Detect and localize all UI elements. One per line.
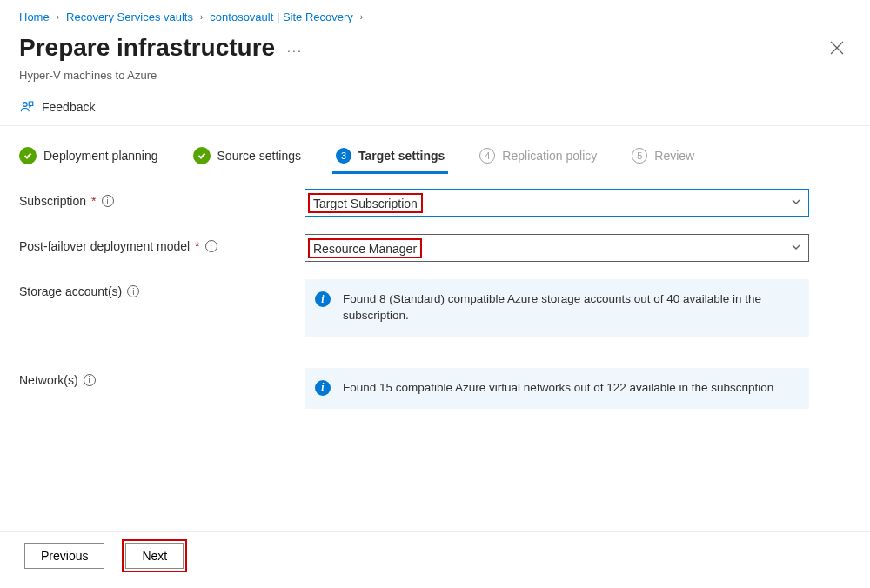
feedback-icon (19, 99, 35, 115)
step-number-icon: 5 (632, 148, 647, 164)
networks-info-box: i Found 15 compatible Azure virtual netw… (304, 368, 809, 409)
step-label: Replication policy (502, 149, 597, 163)
wizard-footer: Previous Next (0, 534, 870, 578)
breadcrumb-link-current[interactable]: contosovault | Site Recovery (210, 10, 353, 23)
step-review[interactable]: 5 Review (632, 148, 694, 164)
required-indicator: * (91, 194, 96, 208)
required-indicator: * (195, 239, 199, 253)
previous-button[interactable]: Previous (24, 543, 104, 569)
breadcrumb-link-home[interactable]: Home (19, 10, 50, 23)
deployment-model-select[interactable]: Resource Manager (304, 234, 809, 262)
feedback-label: Feedback (42, 100, 95, 114)
chevron-down-icon (791, 241, 801, 255)
active-underline (332, 171, 448, 174)
info-icon[interactable]: i (84, 374, 96, 386)
close-icon[interactable] (823, 34, 851, 63)
svg-point-0 (23, 103, 27, 107)
form-body: Subscription * i Target Subscription Pos… (0, 175, 870, 409)
networks-label: Network(s) (19, 373, 78, 387)
storage-info-box: i Found 8 (Standard) compatible Azure st… (304, 279, 809, 337)
step-label: Source settings (218, 149, 302, 163)
step-label: Review (654, 149, 694, 163)
step-target-settings[interactable]: 3 Target settings (336, 148, 445, 172)
chevron-right-icon: › (57, 12, 59, 22)
info-icon[interactable]: i (205, 240, 218, 252)
step-label: Target settings (358, 149, 445, 163)
subscription-select[interactable]: Target Subscription (304, 189, 809, 217)
info-icon[interactable]: i (127, 285, 139, 297)
step-number-icon: 3 (336, 148, 351, 164)
deployment-model-value: Resource Manager (308, 238, 422, 258)
step-source-settings[interactable]: Source settings (193, 147, 302, 164)
info-icon: i (315, 380, 331, 396)
check-icon (193, 147, 211, 164)
page-title: Prepare infrastructure (19, 34, 275, 62)
chevron-right-icon: › (360, 12, 363, 22)
feedback-button[interactable]: Feedback (0, 90, 870, 126)
subscription-label: Subscription (19, 194, 86, 208)
storage-label: Storage account(s) (19, 284, 122, 298)
breadcrumb-link-vaults[interactable]: Recovery Services vaults (66, 10, 193, 23)
subscription-value: Target Subscription (308, 193, 423, 213)
page-header: Prepare infrastructure ··· (0, 30, 870, 74)
step-label: Deployment planning (44, 149, 158, 163)
networks-info-text: Found 15 compatible Azure virtual networ… (343, 381, 773, 394)
next-button[interactable]: Next (125, 543, 184, 569)
deployment-model-label: Post-failover deployment model (19, 239, 190, 253)
check-icon (19, 147, 37, 164)
step-deployment-planning[interactable]: Deployment planning (19, 147, 158, 164)
step-replication-policy[interactable]: 4 Replication policy (479, 148, 597, 164)
info-icon: i (315, 291, 331, 307)
footer-divider (0, 531, 870, 532)
page-subtitle: Hyper-V machines to Azure (0, 69, 870, 90)
more-actions-icon[interactable]: ··· (287, 38, 303, 57)
wizard-steps: Deployment planning Source settings 3 Ta… (0, 126, 870, 175)
info-icon[interactable]: i (102, 195, 114, 207)
storage-info-text: Found 8 (Standard) compatible Azure stor… (343, 292, 761, 322)
step-number-icon: 4 (479, 148, 495, 164)
breadcrumb: Home › Recovery Services vaults › contos… (0, 0, 870, 30)
chevron-right-icon: › (200, 12, 203, 22)
chevron-down-icon (791, 196, 801, 210)
